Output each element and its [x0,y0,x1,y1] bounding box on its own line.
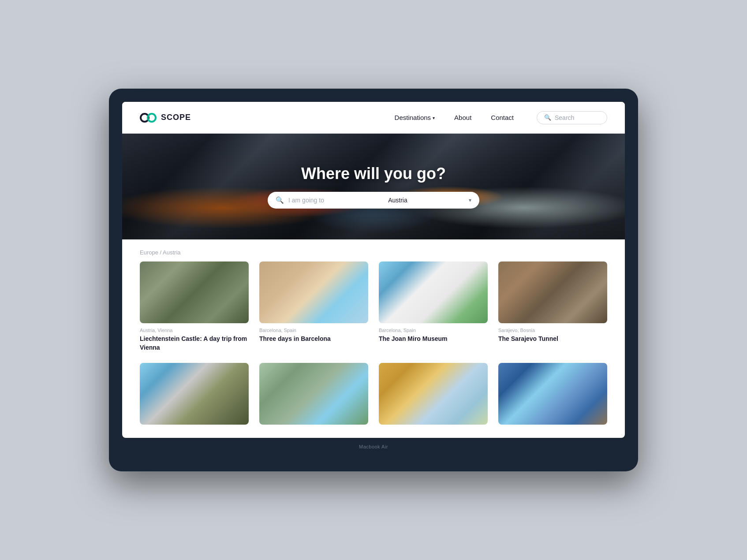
hero-search-chevron-icon: ▾ [469,197,471,203]
nav-links: Destinations ▾ About Contact [385,110,523,125]
laptop-base: Macbook Air [122,438,625,449]
card-grid: Austria, Vienna Liechtenstein Castle: A … [122,261,625,437]
card-1[interactable]: Austria, Vienna Liechtenstein Castle: A … [140,261,249,352]
navbar: SCOPE Destinations ▾ About Contact 🔍 Sea… [122,102,625,134]
card-7-image [379,363,488,425]
card-3-image [379,261,488,323]
card-2-image [259,261,368,323]
card-2-location: Barcelona, Spain [259,328,368,333]
nav-item-contact[interactable]: Contact [481,110,523,125]
card-3-title: The Joan Miro Museum [379,335,488,343]
nav-item-destinations[interactable]: Destinations ▾ [385,110,445,125]
breadcrumb: Europe / Austria [140,249,181,256]
card-7[interactable] [379,363,488,429]
nav-item-about[interactable]: About [444,110,481,125]
search-icon: 🔍 [544,114,551,121]
hero-search-label: I am going to [288,197,324,204]
card-8-image [498,363,607,425]
card-4-image [498,261,607,323]
laptop-screen: SCOPE Destinations ▾ About Contact 🔍 Sea… [122,102,625,437]
card-4[interactable]: Sarajevo, Bosnia The Sarajevo Tunnel [498,261,607,352]
card-3[interactable]: Barcelona, Spain The Joan Miro Museum [379,261,488,352]
hero-search-value: Austria [327,197,469,204]
logo-circle-right [147,113,157,123]
hero-search-icon: 🔍 [276,196,284,204]
card-1-image [140,261,249,323]
breadcrumb-section: Europe / Austria [122,239,625,261]
card-4-location: Sarajevo, Bosnia [498,328,607,333]
card-8[interactable] [498,363,607,429]
chevron-down-icon: ▾ [433,116,435,120]
laptop-model-label: Macbook Air [359,444,388,449]
search-placeholder: Search [555,114,574,121]
hero-content: Where will you go? 🔍 I am going to Austr… [122,164,625,209]
card-1-title: Liechtenstein Castle: A day trip from Vi… [140,335,249,352]
card-6-image [259,363,368,425]
card-4-title: The Sarajevo Tunnel [498,335,607,343]
card-1-location: Austria, Vienna [140,328,249,333]
card-5-image [140,363,249,425]
logo-text: SCOPE [161,113,191,122]
hero-search-bar[interactable]: 🔍 I am going to Austria ▾ [268,192,479,209]
laptop-frame: SCOPE Destinations ▾ About Contact 🔍 Sea… [109,89,638,471]
card-5[interactable] [140,363,249,429]
card-2[interactable]: Barcelona, Spain Three days in Barcelona [259,261,368,352]
card-6[interactable] [259,363,368,429]
hero-title: Where will you go? [122,164,625,183]
card-3-location: Barcelona, Spain [379,328,488,333]
logo-icon [140,113,157,123]
hero-section: Where will you go? 🔍 I am going to Austr… [122,134,625,239]
nav-search-box[interactable]: 🔍 Search [537,111,607,124]
logo-area[interactable]: SCOPE [140,113,191,123]
card-2-title: Three days in Barcelona [259,335,368,343]
